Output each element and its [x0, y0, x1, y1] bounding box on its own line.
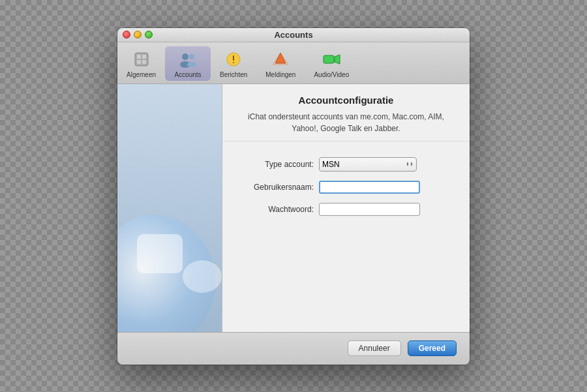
window: Accounts Algemeen: [117, 28, 470, 365]
type-account-row: Type account: MSN AIM Jabber Google Talk…: [235, 157, 457, 172]
svg-rect-14: [324, 55, 334, 63]
main-content: Accountconfiguratie iChat ondersteunt ac…: [117, 84, 470, 332]
username-input[interactable]: [319, 181, 420, 194]
sidebar: [117, 84, 222, 332]
audiovideo-label: Audio/Video: [314, 71, 349, 78]
window-title: Accounts: [274, 30, 312, 40]
panel-header: Accountconfiguratie iChat ondersteunt ac…: [222, 84, 470, 142]
svg-rect-4: [142, 60, 146, 64]
toolbar: Algemeen Accounts Bericht: [117, 42, 470, 84]
tab-audiovideo[interactable]: Audio/Video: [305, 46, 358, 81]
cancel-button[interactable]: Annuleer: [348, 340, 401, 356]
close-button[interactable]: [123, 31, 130, 38]
svg-rect-10: [233, 55, 234, 61]
tab-algemeen[interactable]: Algemeen: [117, 46, 165, 81]
svg-rect-3: [137, 60, 141, 64]
svg-rect-2: [142, 55, 146, 59]
tab-meldingen[interactable]: Meldingen: [256, 46, 305, 81]
password-input[interactable]: [319, 203, 420, 216]
titlebar: Accounts: [117, 28, 470, 42]
password-label: Wachtwoord:: [235, 205, 314, 214]
username-label: Gebruikersnaam:: [235, 183, 314, 192]
bottom-bar: Annuleer Gereed: [117, 332, 470, 365]
tab-accounts[interactable]: Accounts: [165, 46, 211, 81]
meldingen-label: Meldingen: [265, 71, 295, 78]
algemeen-icon: [131, 49, 152, 70]
form-area: Type account: MSN AIM Jabber Google Talk…: [222, 142, 470, 238]
type-select[interactable]: MSN AIM Jabber Google Talk Yahoo!: [319, 157, 417, 172]
password-row: Wachtwoord:: [235, 203, 457, 216]
type-label: Type account:: [235, 160, 314, 169]
berichten-label: Berichten: [220, 71, 247, 78]
type-select-wrapper: MSN AIM Jabber Google Talk Yahoo!: [319, 157, 417, 172]
accounts-icon: [177, 49, 198, 70]
meldingen-icon: [270, 49, 291, 70]
algemeen-label: Algemeen: [127, 71, 156, 78]
confirm-button[interactable]: Gereed: [408, 340, 457, 356]
svg-marker-15: [335, 55, 340, 64]
panel-title: Accountconfiguratie: [235, 95, 457, 106]
svg-point-5: [182, 53, 188, 60]
tab-berichten[interactable]: Berichten: [211, 46, 256, 81]
right-panel: Accountconfiguratie iChat ondersteunt ac…: [222, 84, 470, 332]
audiovideo-icon: [321, 49, 342, 70]
svg-point-6: [189, 54, 194, 59]
svg-point-8: [187, 62, 196, 67]
sidebar-small-bubble: [183, 260, 222, 293]
panel-description: iChat ondersteunt accounts van me.com, M…: [235, 111, 457, 134]
berichten-icon: [223, 49, 244, 70]
username-row: Gebruikersnaam:: [235, 181, 457, 194]
traffic-lights: [123, 31, 153, 38]
sidebar-square: [137, 234, 183, 273]
accounts-label: Accounts: [174, 71, 201, 78]
minimize-button[interactable]: [134, 31, 142, 38]
zoom-button[interactable]: [145, 31, 153, 38]
svg-rect-1: [137, 55, 141, 59]
svg-rect-0: [135, 53, 148, 66]
svg-rect-11: [233, 62, 234, 63]
